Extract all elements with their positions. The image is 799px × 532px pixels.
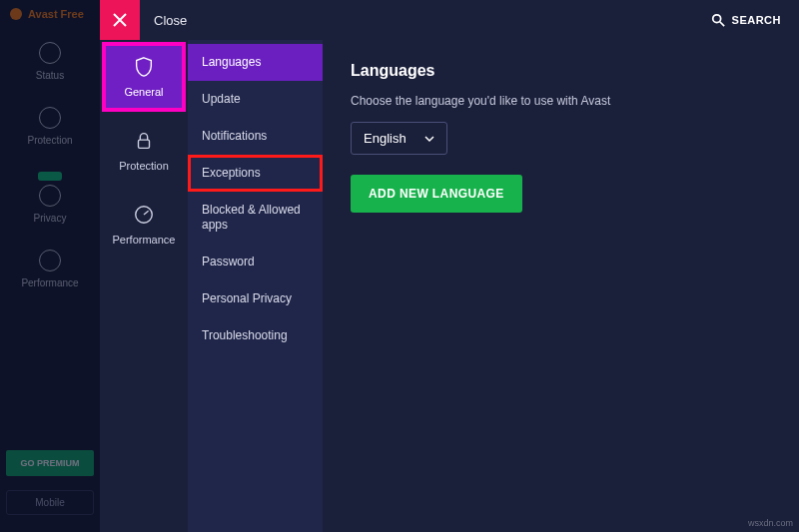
shield-icon [133, 56, 155, 78]
page-title: Languages [351, 62, 771, 80]
nav-privacy[interactable]: Privacy [0, 158, 100, 236]
tab-general-label: General [124, 86, 163, 98]
topbar: Close SEARCH [100, 0, 799, 40]
svg-point-0 [712, 15, 720, 23]
tab-protection[interactable]: Protection [106, 120, 182, 182]
subtab-personal-privacy[interactable]: Personal Privacy [188, 280, 323, 317]
nav-performance[interactable]: Performance [0, 236, 100, 300]
lock-icon [133, 130, 155, 152]
subtab-password[interactable]: Password [188, 244, 323, 280]
svg-line-4 [144, 211, 149, 215]
search-button[interactable]: SEARCH [711, 13, 781, 27]
close-button[interactable] [100, 0, 140, 40]
go-premium-button[interactable]: GO PREMIUM [6, 450, 94, 476]
subtab-notifications[interactable]: Notifications [188, 118, 323, 155]
logo-icon [10, 8, 22, 20]
tab-performance[interactable]: Performance [106, 194, 182, 256]
svg-rect-2 [139, 140, 150, 148]
settings-body: General Protection Performance Languages… [100, 40, 799, 532]
watermark: wsxdn.com [748, 518, 793, 528]
nav-status[interactable]: Status [0, 28, 100, 93]
mobile-button[interactable]: Mobile [6, 490, 94, 515]
subtab-languages[interactable]: Languages [188, 44, 323, 81]
page-subtext: Choose the language you'd like to use wi… [351, 94, 771, 108]
close-icon [113, 13, 127, 27]
svg-line-1 [719, 22, 723, 26]
add-new-language-button[interactable]: ADD NEW LANGUAGE [351, 175, 522, 213]
subtab-blocked-allowed[interactable]: Blocked & Allowed apps [188, 192, 323, 244]
tab-protection-label: Protection [119, 160, 169, 172]
language-select[interactable]: English [351, 122, 447, 155]
search-label: SEARCH [732, 14, 781, 26]
language-selected-value: English [364, 131, 406, 146]
protection-icon [39, 107, 61, 129]
settings-panel: Close SEARCH General Protection Perf [100, 0, 799, 532]
settings-content: Languages Choose the language you'd like… [323, 40, 799, 532]
app-root: Avast Free Status Protection Privacy Per… [0, 0, 799, 532]
backdrop-sidebar: Avast Free Status Protection Privacy Per… [0, 0, 100, 532]
subtab-update[interactable]: Update [188, 81, 323, 118]
nav-protection[interactable]: Protection [0, 93, 100, 158]
settings-primary-tabs: General Protection Performance [100, 40, 188, 532]
subtab-troubleshooting[interactable]: Troubleshooting [188, 317, 323, 354]
app-logo: Avast Free [0, 0, 100, 28]
privacy-icon [39, 185, 61, 207]
settings-sub-tabs: Languages Update Notifications Exception… [188, 40, 323, 532]
gauge-icon [133, 204, 155, 226]
close-label: Close [154, 13, 187, 28]
tab-performance-label: Performance [113, 234, 176, 246]
search-icon [711, 13, 725, 27]
status-icon [39, 42, 61, 64]
chevron-down-icon [424, 134, 434, 144]
app-title: Avast Free [28, 8, 84, 20]
tab-general[interactable]: General [106, 46, 182, 108]
subtab-exceptions[interactable]: Exceptions [188, 155, 323, 192]
performance-icon [39, 250, 61, 271]
